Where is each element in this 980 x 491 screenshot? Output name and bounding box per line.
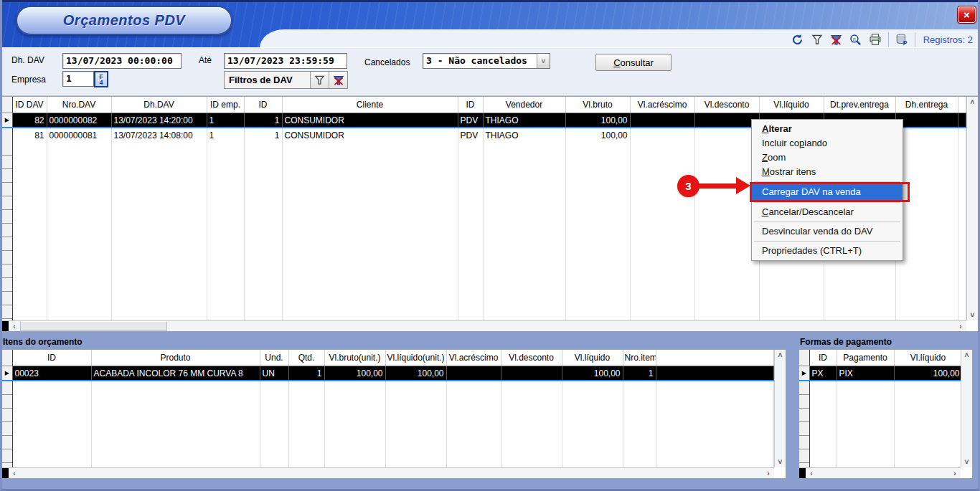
- cell-vendedor[interactable]: THIAGO: [483, 128, 565, 142]
- scrollbar-track[interactable]: [817, 468, 949, 478]
- column-header-id[interactable]: ID: [458, 97, 483, 113]
- scrollbar-track[interactable]: [20, 468, 763, 478]
- column-header-vl-desconto[interactable]: Vl.desconto: [694, 97, 759, 113]
- cell-vl-l-quido[interactable]: 100,00: [562, 366, 623, 381]
- cell-nro-dav[interactable]: 0000000081: [47, 128, 111, 142]
- column-header-id-dav[interactable]: ID DAV: [12, 97, 47, 113]
- cell-id[interactable]: PX: [809, 366, 837, 381]
- column-header-cliente[interactable]: Cliente: [282, 97, 458, 113]
- column-header-id[interactable]: ID: [12, 350, 91, 366]
- column-header-vl-l-quido[interactable]: Vl.líquido: [894, 350, 961, 366]
- menu-item-cancelar-descancelar[interactable]: Cancelar/Descancelar: [752, 205, 903, 219]
- column-header-id[interactable]: ID: [244, 97, 282, 113]
- table-row[interactable]: ▶00023ACABADA INCOLOR 76 MM CURVA 8UN110…: [2, 366, 774, 381]
- scrollbar-thumb[interactable]: [20, 321, 167, 331]
- column-header-dh-dav[interactable]: Dh.DAV: [111, 97, 207, 113]
- cell-vl-desconto[interactable]: [694, 113, 759, 128]
- cell-vl-acr-scimo[interactable]: [446, 366, 501, 381]
- database-icon[interactable]: P: [895, 33, 908, 46]
- column-header-vl-desconto[interactable]: Vl.desconto: [501, 350, 562, 366]
- consultar-button[interactable]: Consultar: [595, 54, 672, 71]
- cell-vendedor[interactable]: THIAGO: [483, 113, 565, 128]
- cell-vl-acr-scimo[interactable]: [630, 113, 694, 128]
- filter-icon[interactable]: [310, 72, 329, 88]
- scrollbar-track[interactable]: [167, 321, 955, 331]
- scroll-up-button[interactable]: ˄: [967, 97, 978, 108]
- cell-dh-entrega[interactable]: [895, 128, 958, 142]
- cell-vl-acr-scimo[interactable]: [630, 128, 694, 142]
- cell-vl-l-quido-unit[interactable]: 100,00: [385, 366, 446, 381]
- cell-qtd[interactable]: 1: [288, 366, 324, 381]
- column-header-dt-prev-entrega[interactable]: Dt.prev.entrega: [824, 97, 895, 113]
- cell-id[interactable]: PDV: [458, 113, 483, 128]
- cell-id-emp[interactable]: 1: [207, 113, 244, 128]
- menu-item-carregar-dav-na-venda[interactable]: Carregar DAV na venda: [752, 184, 903, 200]
- horizontal-scrollbar[interactable]: ‹ ›: [2, 467, 774, 478]
- column-header-dh-entrega[interactable]: Dh.entrega: [895, 97, 958, 113]
- scroll-left-button[interactable]: ‹: [9, 321, 20, 331]
- ate-input[interactable]: 13/07/2023 23:59:59: [224, 53, 347, 69]
- cell-dh-dav[interactable]: 13/07/2023 14:20:00: [111, 113, 207, 128]
- close-button[interactable]: ×: [958, 6, 976, 23]
- clear-filter-icon[interactable]: [830, 33, 843, 46]
- vertical-scrollbar[interactable]: ˄ ˅: [966, 97, 978, 320]
- column-header-vl-bruto[interactable]: Vl.bruto: [565, 97, 630, 113]
- scroll-up-button[interactable]: ˄: [961, 350, 972, 361]
- menu-item-mostrar-itens[interactable]: Mostrar itens: [752, 165, 903, 179]
- table-row[interactable]: ▶PXPIX100,00: [799, 366, 961, 381]
- column-header-produto[interactable]: Produto: [91, 350, 260, 366]
- cell-id[interactable]: 1: [244, 113, 282, 128]
- chevron-down-icon[interactable]: ˅: [537, 54, 550, 68]
- refresh-icon[interactable]: [791, 33, 804, 46]
- vertical-scrollbar[interactable]: ˄ ˅: [774, 350, 786, 467]
- cell-id[interactable]: PDV: [458, 128, 483, 142]
- filter-icon[interactable]: [811, 33, 824, 46]
- scroll-down-button[interactable]: ˅: [967, 310, 978, 320]
- cell-dh-entrega[interactable]: [895, 113, 958, 128]
- cell-id-dav[interactable]: 81: [12, 128, 47, 142]
- column-header-vendedor[interactable]: Vendedor: [483, 97, 565, 113]
- cell-id[interactable]: 1: [244, 128, 282, 142]
- column-header-nro-dav[interactable]: Nro.DAV: [47, 97, 111, 113]
- cell-vl-bruto-unit[interactable]: 100,00: [324, 366, 385, 381]
- cell-vl-bruto[interactable]: 100,00: [565, 128, 630, 142]
- column-header-vl-acr-scimo[interactable]: Vl.acréscimo: [446, 350, 501, 366]
- scroll-up-button[interactable]: ˄: [775, 350, 786, 361]
- clear-filter-icon[interactable]: [329, 72, 347, 88]
- column-header-vl-acr-scimo[interactable]: Vl.acréscimo: [630, 97, 694, 113]
- cell-pagamento[interactable]: PIX: [837, 366, 894, 381]
- column-header-vl-l-quido-unit[interactable]: Vl.líquido(unit.): [385, 350, 446, 366]
- vertical-scrollbar[interactable]: ˄ ˅: [961, 350, 972, 467]
- column-header-vl-l-quido[interactable]: Vl.líquido: [562, 350, 623, 366]
- cell-id[interactable]: 00023: [12, 366, 91, 381]
- scroll-left-button[interactable]: ‹: [806, 468, 817, 478]
- scroll-down-button[interactable]: ˅: [775, 457, 786, 467]
- horizontal-scrollbar[interactable]: ‹ ›: [799, 467, 961, 478]
- empresa-f4-button[interactable]: F 4: [94, 71, 108, 87]
- scroll-right-button[interactable]: ›: [949, 468, 961, 478]
- column-header-qtd[interactable]: Qtd.: [288, 350, 324, 366]
- cell-id-dav[interactable]: 82: [12, 113, 47, 128]
- scroll-right-button[interactable]: ›: [955, 321, 966, 331]
- zoom-icon[interactable]: n: [849, 33, 862, 46]
- column-header-vl-l-quido[interactable]: Vl.líquido: [759, 97, 824, 113]
- column-header-nro-item[interactable]: Nro.item: [623, 350, 656, 366]
- column-header-und[interactable]: Und.: [260, 350, 288, 366]
- cancelados-select[interactable]: 3 - Não cancelados ˅: [423, 53, 550, 69]
- column-header-id[interactable]: ID: [809, 350, 837, 366]
- cell-id-emp[interactable]: 1: [207, 128, 244, 142]
- menu-item-zoom[interactable]: Zoom: [752, 151, 903, 165]
- scroll-down-button[interactable]: ˅: [961, 457, 972, 467]
- column-header-id-emp[interactable]: ID emp.: [207, 97, 244, 113]
- column-header-pagamento[interactable]: Pagamento: [837, 350, 894, 366]
- cell-cliente[interactable]: CONSUMIDOR: [282, 113, 458, 128]
- menu-item-desvincular-venda-do-dav[interactable]: Desvincular venda do DAV: [752, 224, 903, 239]
- scroll-right-button[interactable]: ›: [763, 468, 774, 478]
- menu-item-incluir-copiando[interactable]: Incluir copiando: [752, 136, 903, 151]
- cell-vl-bruto[interactable]: 100,00: [565, 113, 630, 128]
- menu-item-alterar[interactable]: Alterar: [752, 122, 903, 136]
- menu-item-propriedades-ctrl-t[interactable]: Propriedades (CTRL+T): [752, 244, 903, 258]
- column-header-vl-bruto-unit[interactable]: Vl.bruto(unit.): [324, 350, 385, 366]
- print-icon[interactable]: [869, 33, 882, 46]
- horizontal-scrollbar[interactable]: ‹ ›: [2, 320, 966, 331]
